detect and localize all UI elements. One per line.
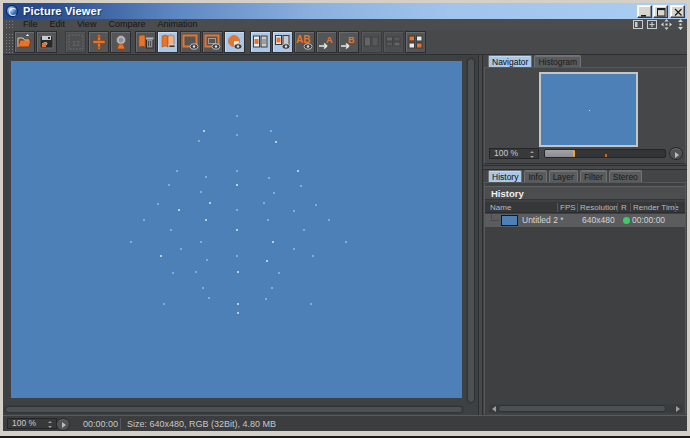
particle-dot	[236, 115, 238, 117]
particle-dot	[168, 184, 170, 186]
particle-dot	[293, 210, 295, 212]
particle-dot	[160, 255, 162, 257]
swap-ab-button[interactable]	[405, 31, 426, 53]
compare-ab-button[interactable]: AB	[294, 31, 315, 53]
particle-dot	[209, 202, 211, 204]
particle-dot	[267, 219, 269, 221]
tab-layer[interactable]: Layer	[549, 170, 578, 182]
compare-ab-vertical-button[interactable]	[250, 31, 271, 53]
particle-dot	[172, 272, 174, 274]
maximize-button[interactable]	[653, 5, 668, 18]
navigator-section: NavigatorHistogram 100 %	[483, 55, 687, 165]
render-status-icon	[623, 217, 630, 224]
statusbar: 100 % 00:00:00 Size: 640x480, RGB (32Bit…	[3, 415, 687, 431]
tab-navigator[interactable]: Navigator	[488, 55, 532, 67]
navigator-zoom-field[interactable]: 100 %	[489, 148, 539, 159]
particle-dot	[178, 209, 180, 211]
viewport-vertical-scrollbar[interactable]	[466, 57, 476, 404]
layout-grid-button[interactable]: 12	[65, 31, 86, 53]
fit-screen-button[interactable]	[202, 31, 223, 53]
menu-item-compare[interactable]: Compare	[102, 19, 151, 30]
particle-dot	[345, 241, 347, 243]
particle-dot	[176, 170, 178, 172]
history-horizontal-scrollbar[interactable]	[489, 404, 683, 413]
navigator-thumbnail[interactable]	[539, 72, 638, 147]
add-pane-icon[interactable]	[647, 20, 657, 29]
particle-dot	[278, 272, 280, 274]
compare-pie-button[interactable]	[224, 31, 245, 53]
client-area: NavigatorHistogram 100 % HistoryInfoLaye…	[3, 55, 687, 415]
tab-histogram[interactable]: Histogram	[534, 55, 581, 67]
menu-item-edit[interactable]: Edit	[44, 19, 72, 30]
picture-viewer-window: Picture Viewer FileEditViewCompareAnimat…	[0, 0, 690, 438]
particle-dot	[236, 229, 238, 231]
toolbar-grip-handle[interactable]	[5, 32, 13, 53]
particle-dot	[202, 287, 204, 289]
particle-dot	[315, 204, 317, 206]
delete-image-button[interactable]	[135, 31, 156, 53]
viewport-horizontal-scrollbar[interactable]	[4, 405, 464, 414]
split-pane-icon[interactable]	[633, 20, 643, 29]
statusbar-time: 00:00:00	[83, 416, 118, 432]
compare-mode-2-button[interactable]	[383, 31, 404, 53]
tree-branch-line	[491, 214, 499, 221]
particle-dot	[236, 134, 238, 136]
particle-dot	[275, 141, 277, 143]
statusbar-zoom-stepper[interactable]	[47, 421, 54, 428]
svg-text:A: A	[326, 35, 333, 45]
compare-ab-horizontal-button[interactable]	[272, 31, 293, 53]
set-b-button[interactable]: B	[338, 31, 359, 53]
particle-dot	[236, 255, 238, 257]
particle-dot	[208, 297, 210, 299]
open-file-button[interactable]	[14, 31, 35, 53]
particle-dot	[303, 229, 305, 231]
particle-dot	[266, 260, 268, 262]
menu-item-file[interactable]: File	[17, 19, 44, 30]
set-a-button[interactable]: A	[316, 31, 337, 53]
tab-info[interactable]: Info	[524, 170, 546, 182]
navigator-options-button[interactable]	[669, 147, 683, 160]
pan-tool-button[interactable]	[88, 31, 109, 53]
particle-dot	[236, 209, 238, 211]
particle-dot	[293, 248, 295, 250]
tab-history[interactable]: History	[488, 170, 522, 182]
compare-mode-1-button[interactable]	[361, 31, 382, 53]
navigator-zoom-slider[interactable]	[544, 149, 666, 158]
minimize-button[interactable]	[637, 5, 652, 18]
column-header-resolution[interactable]: Resolution	[580, 202, 618, 213]
rendered-image[interactable]	[11, 61, 462, 398]
history-row-name: Untitled 2 *	[522, 214, 564, 227]
remove-image-button[interactable]	[157, 31, 178, 53]
zoom-tool-button[interactable]	[110, 31, 131, 53]
menu-item-view[interactable]: View	[71, 19, 102, 30]
statusbar-options-button[interactable]	[56, 418, 70, 431]
tab-stereo[interactable]: Stereo	[609, 170, 642, 182]
particle-dot	[143, 219, 145, 221]
column-header-fps[interactable]: FPS	[560, 202, 576, 213]
tab-filter[interactable]: Filter	[580, 170, 607, 182]
column-header-render-time[interactable]: Render Time	[633, 202, 679, 213]
particle-dot	[237, 271, 239, 273]
menubar-grip-handle[interactable]	[5, 19, 13, 30]
svg-text:B: B	[348, 35, 355, 45]
image-viewport	[3, 55, 478, 415]
dock-icon[interactable]	[676, 19, 685, 30]
fit-image-button[interactable]	[180, 31, 201, 53]
save-file-button[interactable]: ?	[36, 31, 57, 53]
particle-dot	[157, 203, 159, 205]
history-row-thumbnail	[501, 215, 518, 226]
window-title: Picture Viewer	[23, 5, 101, 17]
close-button[interactable]	[670, 5, 685, 18]
move-window-icon[interactable]	[661, 19, 672, 30]
menu-item-animation[interactable]: Animation	[151, 19, 203, 30]
statusbar-zoom-field[interactable]: 100 %	[7, 418, 57, 429]
particle-dot	[198, 140, 200, 142]
column-header-name[interactable]: Name	[490, 202, 511, 213]
column-header-r[interactable]: R	[621, 202, 627, 213]
history-table-row[interactable]: Untitled 2 * 640x480 00:00:00	[485, 214, 685, 227]
statusbar-info: Size: 640x480, RGB (32Bit), 4.80 MB	[127, 416, 276, 432]
particle-dot	[180, 248, 182, 250]
zoom-stepper[interactable]	[529, 151, 536, 158]
particle-dot	[206, 259, 208, 261]
particle-dot	[237, 312, 239, 314]
